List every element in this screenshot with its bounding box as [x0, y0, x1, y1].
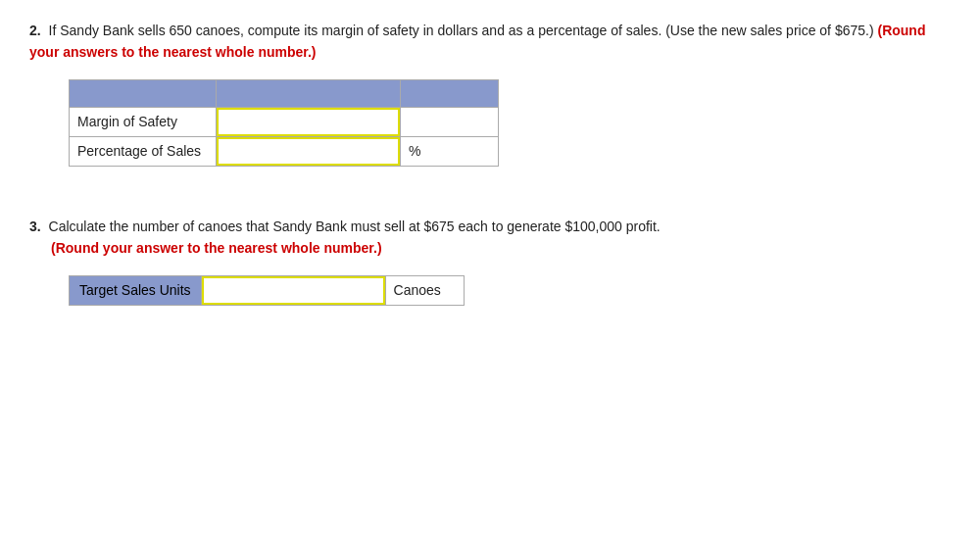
target-sales-input-cell[interactable] — [201, 275, 385, 305]
target-sales-input[interactable] — [202, 276, 385, 305]
percentage-sales-suffix: % — [401, 136, 499, 166]
margin-safety-input[interactable] — [217, 108, 400, 136]
margin-safety-input-cell[interactable] — [217, 107, 401, 136]
table-row: Margin of Safety — [70, 107, 499, 136]
header-col-2 — [217, 79, 401, 107]
target-sales-table: Target Sales Units Canoes — [69, 275, 465, 306]
target-row: Target Sales Units Canoes — [70, 275, 465, 305]
margin-safety-table: Margin of Safety Percentage of Sales % — [69, 79, 499, 167]
percentage-sales-label: Percentage of Sales — [70, 136, 217, 166]
margin-safety-suffix — [401, 107, 499, 136]
question-2-block: 2. If Sandy Bank sells 650 canoes, compu… — [29, 20, 951, 167]
question-2-number: 2. — [29, 23, 41, 38]
question-2-header: 2. If Sandy Bank sells 650 canoes, compu… — [29, 20, 951, 64]
question-3-header: 3. Calculate the number of canoes that S… — [29, 216, 951, 260]
header-col-1 — [70, 79, 217, 107]
percentage-sales-input[interactable] — [217, 137, 400, 166]
question-2-text: If Sandy Bank sells 650 canoes, compute … — [49, 23, 878, 38]
question-3-block: 3. Calculate the number of canoes that S… — [29, 216, 951, 306]
header-col-3 — [401, 79, 499, 107]
table-header-row — [70, 79, 499, 107]
margin-safety-label: Margin of Safety — [70, 107, 217, 136]
target-sales-unit: Canoes — [385, 275, 464, 305]
question-3-text: Calculate the number of canoes that Sand… — [49, 219, 661, 234]
table-row: Percentage of Sales % — [70, 136, 499, 166]
question-3-number: 3. — [29, 219, 41, 234]
question-3-instruction: (Round your answer to the nearest whole … — [51, 240, 382, 256]
percentage-sales-input-cell[interactable] — [217, 136, 401, 166]
target-sales-label: Target Sales Units — [70, 275, 202, 305]
